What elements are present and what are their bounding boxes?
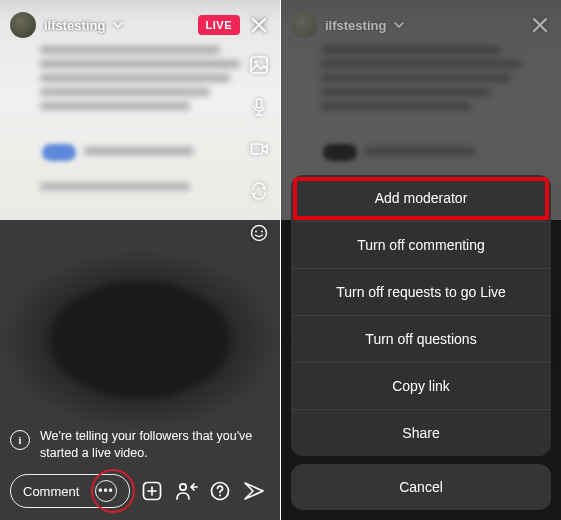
- svg-point-4: [252, 226, 267, 241]
- live-badge: LIVE: [198, 15, 240, 35]
- action-sheet-options: Add moderator Turn off commenting Turn o…: [291, 175, 551, 456]
- comment-input[interactable]: Comment •••: [10, 474, 130, 508]
- invite-guest-icon[interactable]: [174, 479, 198, 503]
- svg-point-5: [255, 231, 257, 233]
- bg-blur-line: [40, 74, 230, 82]
- svg-point-1: [254, 60, 257, 63]
- bg-blur-line: [40, 46, 220, 54]
- cancel-button[interactable]: Cancel: [291, 464, 551, 510]
- avatar[interactable]: [10, 12, 36, 38]
- username-label: ilfstesting: [325, 18, 386, 33]
- sheet-turn-off-commenting[interactable]: Turn off commenting: [291, 222, 551, 269]
- live-header: ilfstesting LIVE: [10, 10, 270, 40]
- avatar: [291, 12, 317, 38]
- bg-blur-line: [40, 102, 190, 110]
- bottom-toolbar: Comment •••: [10, 474, 270, 508]
- bg-blur-line: [40, 183, 190, 190]
- side-toolbar: [248, 54, 270, 244]
- svg-point-8: [180, 484, 186, 490]
- chevron-down-icon[interactable]: [113, 20, 123, 30]
- add-media-icon[interactable]: [140, 479, 164, 503]
- sheet-turn-off-requests[interactable]: Turn off requests to go Live: [291, 269, 551, 316]
- effects-icon[interactable]: [248, 222, 270, 244]
- phone-right-action-sheet: ilfstesting Add moderator Turn off comme…: [281, 0, 561, 520]
- svg-rect-0: [251, 57, 267, 73]
- bg-blur-line: [40, 60, 240, 68]
- svg-point-10: [219, 495, 221, 497]
- microphone-icon[interactable]: [248, 96, 270, 118]
- bg-blur-bubble: [42, 144, 76, 161]
- svg-rect-2: [257, 99, 262, 108]
- svg-point-6: [261, 231, 263, 233]
- sheet-share[interactable]: Share: [291, 410, 551, 456]
- questions-icon[interactable]: [208, 479, 232, 503]
- switch-camera-icon[interactable]: [248, 180, 270, 202]
- sheet-add-moderator[interactable]: Add moderator: [291, 175, 551, 222]
- username-label[interactable]: ilfstesting: [44, 18, 105, 33]
- sheet-copy-link[interactable]: Copy link: [291, 363, 551, 410]
- screenshot-pair: ilfstesting LIVE: [0, 0, 561, 520]
- comment-placeholder: Comment: [23, 484, 79, 499]
- bg-blur-line: [40, 88, 210, 96]
- bg-blur-line: [84, 147, 194, 155]
- notice-text: We're telling your followers that you've…: [40, 428, 270, 462]
- send-icon[interactable]: [242, 479, 266, 503]
- chevron-down-icon: [394, 20, 404, 30]
- live-header: ilfstesting: [291, 10, 551, 40]
- close-icon[interactable]: [248, 14, 270, 36]
- action-sheet: Add moderator Turn off commenting Turn o…: [291, 175, 551, 510]
- sheet-turn-off-questions[interactable]: Turn off questions: [291, 316, 551, 363]
- close-icon[interactable]: [529, 14, 551, 36]
- media-icon[interactable]: [248, 54, 270, 76]
- more-options-button[interactable]: •••: [95, 480, 117, 502]
- info-icon: i: [10, 430, 30, 450]
- svg-rect-3: [252, 144, 263, 154]
- video-off-icon[interactable]: [248, 138, 270, 160]
- phone-left-live-stream: ilfstesting LIVE: [0, 0, 280, 520]
- followers-notice: i We're telling your followers that you'…: [10, 428, 270, 462]
